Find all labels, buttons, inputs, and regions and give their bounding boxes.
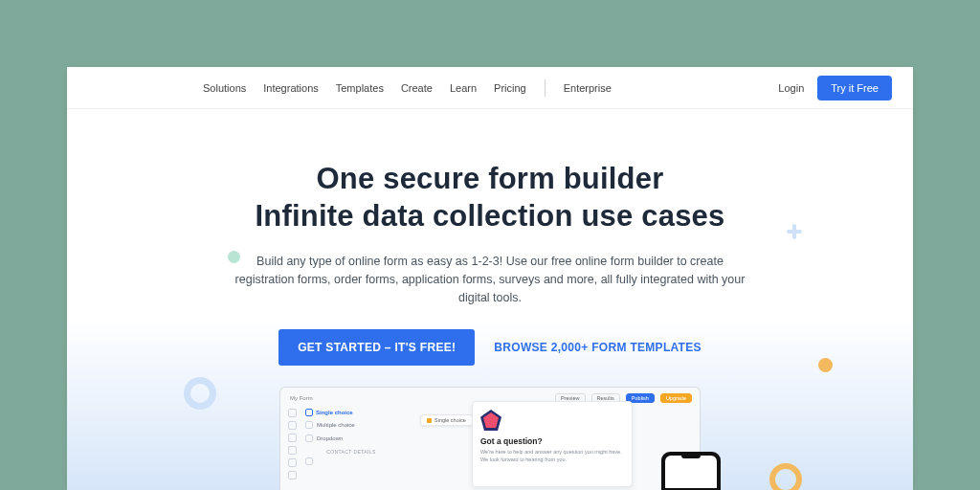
- mockup-question-body: We're here to help and answer any questi…: [480, 449, 624, 463]
- mockup-field-row: [305, 455, 397, 468]
- nav-links: Solutions Integrations Templates Create …: [203, 79, 612, 97]
- nav-learn[interactable]: Learn: [450, 82, 477, 94]
- ring-decoration-icon: [769, 463, 802, 490]
- mockup-form-title: My Form: [290, 395, 313, 401]
- mockup-field-row: Multiple choice: [305, 418, 397, 432]
- page-card: Solutions Integrations Templates Create …: [67, 67, 913, 490]
- hero-title: One secure form builder Infinite data co…: [67, 161, 913, 235]
- hero-title-line1: One secure form builder: [317, 162, 664, 195]
- mockup-question-title: Got a question?: [480, 436, 624, 446]
- login-link[interactable]: Login: [778, 82, 804, 94]
- try-free-button[interactable]: Try it Free: [817, 76, 892, 100]
- hero-subhead: Build any type of online form as easy as…: [232, 253, 748, 308]
- get-started-button[interactable]: GET STARTED – IT'S FREE!: [278, 329, 475, 366]
- mockup-upgrade-pill: Upgrade: [660, 393, 692, 403]
- ring-decoration-icon: [184, 377, 216, 410]
- nav-templates[interactable]: Templates: [336, 82, 384, 94]
- mockup-field-row: Dropdown: [305, 432, 397, 445]
- nav-integrations[interactable]: Integrations: [263, 82, 318, 94]
- phone-mockup: [661, 452, 721, 490]
- mockup-field-active: Single choice: [305, 407, 397, 418]
- product-mockup: My Form Preview Results Publish Upgrade …: [265, 387, 715, 490]
- mockup-side-icons: [288, 407, 300, 490]
- nav-divider: [545, 79, 546, 97]
- laptop-mockup: My Form Preview Results Publish Upgrade …: [279, 387, 701, 490]
- nav-solutions[interactable]: Solutions: [203, 82, 246, 94]
- browse-templates-link[interactable]: BROWSE 2,000+ FORM TEMPLATES: [494, 341, 702, 354]
- nav-enterprise[interactable]: Enterprise: [564, 82, 612, 94]
- mockup-fields: Single choice Multiple choice Dropdown C…: [305, 407, 397, 490]
- shield-icon: [480, 410, 501, 431]
- hero: One secure form builder Infinite data co…: [67, 109, 913, 490]
- mockup-drag-tag: Single choice: [420, 414, 473, 426]
- nav-pricing[interactable]: Pricing: [494, 82, 526, 94]
- phone-notch-icon: [681, 456, 701, 458]
- hero-actions: GET STARTED – IT'S FREE! BROWSE 2,000+ F…: [67, 329, 913, 366]
- nav-create[interactable]: Create: [401, 82, 433, 94]
- hero-title-line2: Infinite data collection use cases: [256, 199, 725, 233]
- mockup-question-card: Got a question? We're here to help and a…: [472, 401, 633, 487]
- top-nav: Solutions Integrations Templates Create …: [67, 67, 913, 109]
